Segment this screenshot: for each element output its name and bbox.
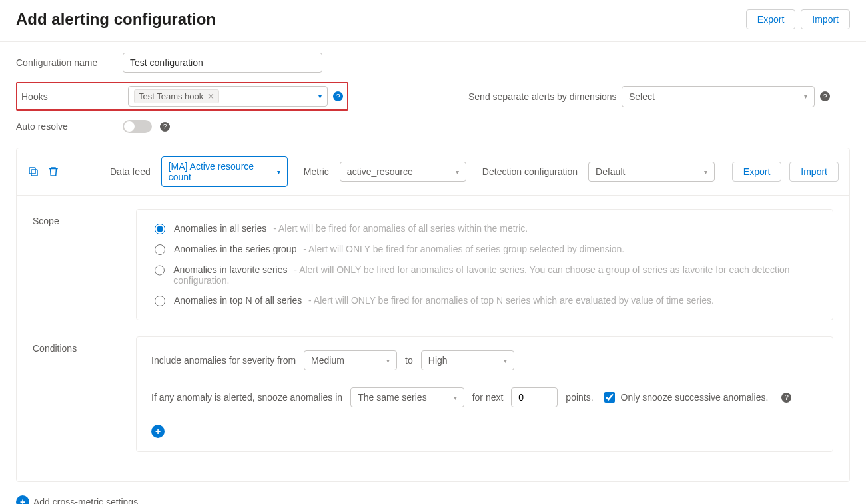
- svg-rect-1: [29, 168, 35, 174]
- scope-radio-topn[interactable]: [155, 296, 165, 306]
- scope-option-title: Anomalies in top N of all series: [174, 295, 302, 306]
- hooks-label: Hooks: [21, 91, 128, 102]
- data-feed-label: Data feed: [110, 166, 151, 177]
- severity-from-value: Medium: [311, 355, 344, 366]
- hook-chip-label: Test Teams hook: [139, 91, 203, 101]
- scope-option-desc: - Alert will ONLY be fired for anomalies…: [308, 295, 714, 306]
- severity-prefix: Include anomalies for severity from: [151, 355, 296, 366]
- dimensions-label: Send separate alerts by dimensions: [468, 91, 622, 102]
- import-button[interactable]: Import: [801, 9, 850, 29]
- data-feed-value: [MA] Active resource count: [169, 161, 266, 182]
- snooze-successive-checkbox[interactable]: [604, 392, 615, 403]
- severity-to-label: to: [405, 355, 413, 366]
- svg-rect-0: [31, 170, 37, 176]
- dimensions-select[interactable]: Select ▾: [622, 86, 815, 107]
- scope-radio-all[interactable]: [155, 224, 165, 234]
- cross-metric-label: Add cross-metric settings: [33, 497, 138, 504]
- snooze-mid: for next: [472, 392, 504, 403]
- help-icon[interactable]: ?: [820, 91, 830, 101]
- snooze-scope-select[interactable]: The same series ▾: [350, 387, 464, 407]
- panel-export-button[interactable]: Export: [732, 162, 781, 182]
- config-name-input[interactable]: [123, 53, 322, 73]
- export-button[interactable]: Export: [746, 9, 795, 29]
- scope-option-title: Anomalies in all series: [174, 223, 266, 234]
- help-icon[interactable]: ?: [333, 91, 343, 101]
- snooze-prefix: If any anomaly is alerted, snooze anomal…: [151, 392, 342, 403]
- chevron-down-icon: ▾: [456, 168, 459, 176]
- dimensions-placeholder: Select: [629, 91, 655, 102]
- chevron-down-icon: ▾: [277, 168, 280, 176]
- severity-to-value: High: [428, 355, 448, 366]
- metric-value: active_resource: [347, 166, 413, 177]
- metric-select[interactable]: active_resource ▾: [340, 162, 466, 182]
- detection-config-select[interactable]: Default ▾: [588, 162, 715, 182]
- snooze-cb-label: Only snooze successive anomalies.: [621, 392, 769, 403]
- config-name-label: Configuration name: [16, 57, 123, 68]
- detection-config-value: Default: [596, 166, 625, 177]
- auto-resolve-toggle[interactable]: [123, 120, 152, 133]
- scope-radio-group[interactable]: [155, 244, 165, 255]
- snooze-suffix: points.: [566, 392, 593, 403]
- conditions-label: Conditions: [33, 336, 136, 452]
- chevron-down-icon: ▾: [318, 93, 322, 100]
- page-title: Add alerting configuration: [16, 10, 216, 29]
- scope-option-desc: - Alert will be fired for anomalies of a…: [273, 223, 528, 234]
- scope-option-desc: - Alert will ONLY be fired for anomalies…: [303, 244, 624, 254]
- chevron-down-icon: ▾: [804, 93, 807, 100]
- snooze-scope-value: The same series: [358, 392, 426, 403]
- detection-config-label: Detection configuration: [482, 166, 578, 177]
- help-icon[interactable]: ?: [160, 122, 170, 132]
- help-icon[interactable]: ?: [781, 393, 791, 403]
- add-condition-button[interactable]: +: [151, 425, 165, 438]
- scope-option-title: Anomalies in the series group: [174, 244, 296, 254]
- severity-to-select[interactable]: High ▾: [421, 350, 514, 370]
- snooze-value-input[interactable]: [511, 387, 558, 407]
- panel-import-button[interactable]: Import: [789, 162, 839, 182]
- scope-radio-favorite[interactable]: [155, 265, 165, 276]
- delete-icon[interactable]: [47, 166, 59, 178]
- copy-icon[interactable]: [27, 166, 39, 178]
- chevron-down-icon: ▾: [504, 357, 507, 364]
- severity-from-select[interactable]: Medium ▾: [304, 350, 397, 370]
- add-cross-metric-button[interactable]: +: [16, 495, 29, 504]
- metric-label: Metric: [304, 166, 329, 177]
- chevron-down-icon: ▾: [704, 168, 707, 176]
- scope-label: Scope: [33, 209, 136, 320]
- chevron-down-icon: ▾: [454, 394, 457, 401]
- chevron-down-icon: ▾: [386, 357, 390, 364]
- hook-chip: Test Teams hook ✕: [134, 89, 219, 103]
- scope-option-title: Anomalies in favorite series: [173, 264, 287, 275]
- hooks-select[interactable]: Test Teams hook ✕ ▾: [128, 86, 328, 107]
- hook-chip-remove-icon[interactable]: ✕: [207, 91, 215, 101]
- auto-resolve-label: Auto resolve: [16, 121, 123, 132]
- data-feed-select[interactable]: [MA] Active resource count ▾: [161, 156, 288, 187]
- hooks-highlight: Hooks Test Teams hook ✕ ▾ ?: [16, 82, 348, 111]
